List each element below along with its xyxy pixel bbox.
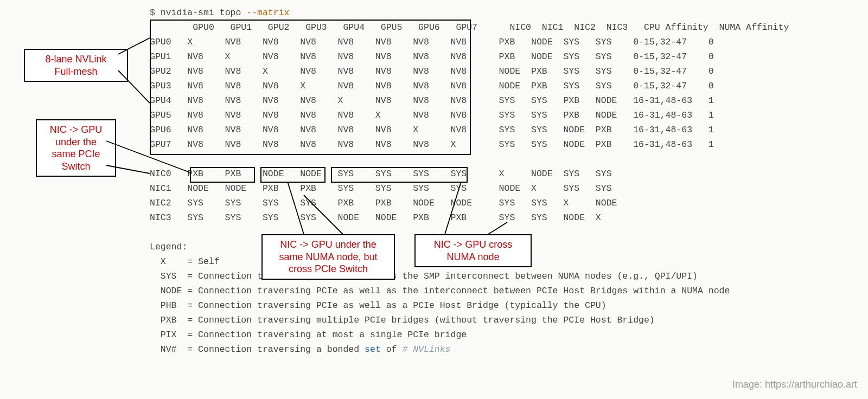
image-attribution: Image: https://arthurchiao.art: [732, 379, 857, 390]
callout-pcie-switch: NIC -> GPUunder thesame PCIeSwitch: [36, 119, 116, 177]
callout-numa-same: NIC -> GPU under thesame NUMA node, butc…: [261, 234, 395, 280]
terminal-output: $ nvidia-smi topo --matrix GPU0 GPU1 GPU…: [150, 5, 789, 357]
callout-numa-cross: NIC -> GPU crossNUMA node: [414, 234, 532, 267]
callout-nvlink: 8-lane NVLinkFull-mesh: [24, 49, 128, 82]
